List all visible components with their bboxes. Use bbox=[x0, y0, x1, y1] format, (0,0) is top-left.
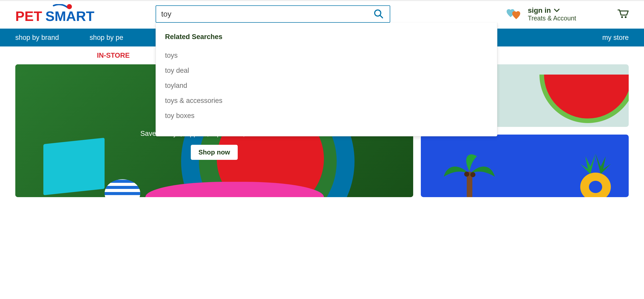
nav-shop-by-brand[interactable]: shop by brand bbox=[15, 34, 59, 42]
decor-beach-chair bbox=[43, 138, 105, 195]
autocomplete-heading: Related Searches bbox=[165, 33, 488, 41]
autocomplete-item[interactable]: toy boxes bbox=[165, 108, 488, 123]
in-store-label: IN-STORE bbox=[97, 52, 130, 59]
svg-line-2 bbox=[380, 15, 383, 18]
autocomplete-item[interactable]: toy deal bbox=[165, 63, 488, 78]
search-icon bbox=[373, 9, 384, 19]
search-button[interactable] bbox=[372, 9, 385, 20]
treats-hearts-icon bbox=[506, 8, 524, 20]
svg-point-3 bbox=[621, 16, 623, 18]
autocomplete-item[interactable]: toyland bbox=[165, 78, 488, 93]
svg-point-6 bbox=[464, 172, 469, 177]
search-box bbox=[156, 5, 390, 23]
svg-point-9 bbox=[589, 181, 602, 193]
site-header: PET SMART Related Searches toys toy deal… bbox=[0, 1, 644, 29]
promo-tile-tropical[interactable] bbox=[421, 135, 629, 197]
header-right: sign in Treats & Account bbox=[506, 6, 629, 22]
nav-shop-by-pet[interactable]: shop by pe bbox=[90, 34, 123, 42]
petsmart-logo[interactable]: PET SMART bbox=[15, 4, 105, 24]
treats-account-label: Treats & Account bbox=[528, 15, 576, 22]
autocomplete-item[interactable]: toys & accessories bbox=[165, 93, 488, 108]
chevron-down-icon bbox=[554, 9, 560, 12]
nav-my-store[interactable]: my store bbox=[602, 34, 629, 42]
cart-button[interactable] bbox=[617, 8, 629, 20]
search-input[interactable] bbox=[161, 10, 372, 18]
cart-icon bbox=[617, 8, 629, 19]
search-container: Related Searches toys toy deal toyland t… bbox=[156, 5, 390, 23]
account-block[interactable]: sign in Treats & Account bbox=[506, 6, 576, 22]
autocomplete-item[interactable]: toys bbox=[165, 48, 488, 63]
svg-point-7 bbox=[470, 172, 475, 177]
logo-smart: SMART bbox=[45, 8, 94, 24]
palm-tree-icon bbox=[441, 146, 497, 197]
sign-in-link[interactable]: sign in bbox=[528, 6, 551, 15]
pineapple-toy-icon bbox=[573, 151, 618, 197]
svg-point-4 bbox=[625, 16, 627, 18]
search-autocomplete-dropdown: Related Searches toys toy deal toyland t… bbox=[156, 23, 497, 136]
shop-now-button[interactable]: Shop now bbox=[191, 145, 238, 160]
logo-pet: PET bbox=[15, 8, 42, 24]
watermelon-toy-icon bbox=[539, 75, 629, 123]
